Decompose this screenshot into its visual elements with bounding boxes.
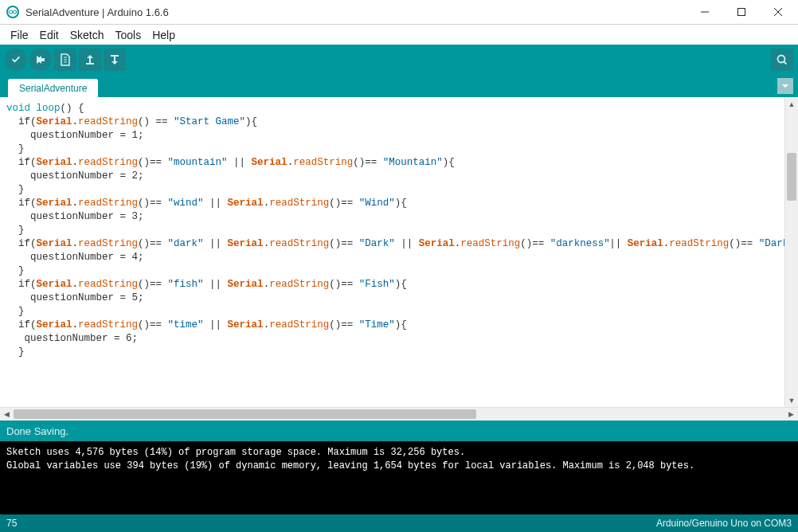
tabbar: SerialAdventure <box>0 75 798 97</box>
code-token: readString <box>78 157 138 168</box>
code-token: Serial <box>628 238 663 249</box>
code-token: . <box>72 198 79 209</box>
code-token: ){ <box>443 157 455 168</box>
scroll-right-arrow-icon[interactable]: ▶ <box>784 408 798 421</box>
code-token: readString <box>78 279 138 290</box>
code-token: readString <box>293 157 353 168</box>
code-token: . <box>72 319 79 331</box>
status-strip: Done Saving. <box>0 421 798 441</box>
save-sketch-button[interactable] <box>104 49 126 71</box>
horizontal-scrollbar[interactable]: ◀ ▶ <box>0 407 798 421</box>
menu-edit[interactable]: Edit <box>34 27 65 43</box>
code-line: } <box>6 346 25 358</box>
code-token: ()== <box>729 238 759 249</box>
code-token: ()== <box>329 279 359 290</box>
svg-rect-0 <box>701 12 709 13</box>
code-token: "dark" <box>168 238 204 249</box>
code-token: . <box>264 198 270 209</box>
code-line: } <box>6 143 25 155</box>
code-token: readString <box>269 319 329 331</box>
code-line: questionNumber = 2; <box>6 170 144 182</box>
code-token: ()== <box>138 157 168 168</box>
line-number-indicator: 75 <box>6 518 17 529</box>
code-token: Serial <box>419 238 455 249</box>
menu-help[interactable]: Help <box>147 27 181 43</box>
console-line: Sketch uses 4,576 bytes (14%) of program… <box>6 447 465 458</box>
code-token: || <box>204 319 228 331</box>
verify-button[interactable] <box>5 49 27 71</box>
svg-rect-3 <box>111 55 119 57</box>
new-sketch-button[interactable] <box>54 49 76 71</box>
svg-rect-2 <box>86 63 94 65</box>
menu-file[interactable]: File <box>5 27 34 43</box>
code-token: "Mountain" <box>383 157 443 168</box>
code-token: if( <box>6 116 37 127</box>
code-token: ()== <box>329 319 359 331</box>
maximize-button[interactable] <box>723 0 760 25</box>
code-line: questionNumber = 4; <box>6 252 144 263</box>
menu-sketch[interactable]: Sketch <box>65 27 110 43</box>
arduino-logo-icon <box>6 6 19 18</box>
code-token: if( <box>6 319 37 331</box>
code-token: () == <box>138 116 174 127</box>
code-token: readString <box>269 198 329 209</box>
code-token: . <box>72 238 79 249</box>
window-title: SerialAdventure | Arduino 1.6.6 <box>25 6 169 18</box>
scroll-down-arrow-icon[interactable]: ▼ <box>785 393 798 407</box>
code-token: . <box>264 279 270 290</box>
code-token: "Start Game" <box>174 116 245 127</box>
minimize-button[interactable] <box>687 0 723 25</box>
upload-button[interactable] <box>29 49 52 71</box>
console-output[interactable]: Sketch uses 4,576 bytes (14%) of program… <box>0 441 798 514</box>
toolbar <box>0 45 798 75</box>
code-token: || <box>228 157 252 168</box>
scrollbar-thumb[interactable] <box>787 153 796 201</box>
code-token: Serial <box>228 198 264 209</box>
code-token: || <box>204 238 228 249</box>
code-token: if( <box>6 198 37 209</box>
code-token: Serial <box>37 279 72 290</box>
code-token: ()== <box>138 319 168 331</box>
open-sketch-button[interactable] <box>79 49 101 71</box>
code-token: "time" <box>168 319 204 331</box>
code-line: } <box>6 225 25 236</box>
vertical-scrollbar[interactable]: ▲ ▼ <box>784 97 798 407</box>
code-token: "Time" <box>359 319 395 331</box>
code-token: || <box>395 238 419 249</box>
code-token: void <box>6 103 30 114</box>
console-line: Global variables use 394 bytes (19%) of … <box>6 460 694 471</box>
code-line: } <box>6 306 25 317</box>
code-line: questionNumber = 1; <box>6 130 144 141</box>
scroll-left-arrow-icon[interactable]: ◀ <box>0 408 14 421</box>
serial-monitor-button[interactable] <box>771 49 793 71</box>
code-token: if( <box>6 157 37 168</box>
code-token: "Wind" <box>359 198 395 209</box>
menu-tools[interactable]: Tools <box>110 27 147 43</box>
code-token: . <box>72 279 79 290</box>
code-token: readString <box>269 279 329 290</box>
code-token: ){ <box>245 116 257 127</box>
code-token: loop <box>30 103 61 114</box>
code-token: ()== <box>520 238 550 249</box>
scroll-up-arrow-icon[interactable]: ▲ <box>785 97 798 111</box>
code-token: Serial <box>37 157 72 168</box>
code-token: . <box>72 157 79 168</box>
scrollbar-thumb[interactable] <box>14 409 476 419</box>
code-token: () { <box>61 103 84 114</box>
close-button[interactable] <box>760 0 796 25</box>
code-token: Serial <box>228 238 264 249</box>
code-token: readString <box>78 238 138 249</box>
code-token: "Dark" <box>359 238 395 249</box>
status-message: Done Saving. <box>6 425 68 437</box>
code-line: } <box>6 184 25 195</box>
code-token: ()== <box>353 157 383 168</box>
window-titlebar: SerialAdventure | Arduino 1.6.6 <box>0 0 798 25</box>
scrollbar-track[interactable] <box>14 408 784 421</box>
code-token: ()== <box>329 198 359 209</box>
code-line: } <box>6 265 25 276</box>
code-editor[interactable]: void loop() { if(Serial.readString() == … <box>0 97 784 407</box>
code-token: "Fish" <box>359 279 395 290</box>
tab-menu-button[interactable] <box>777 78 793 94</box>
tab-serialadventure[interactable]: SerialAdventure <box>8 79 98 97</box>
code-token: "mountain" <box>168 157 228 168</box>
